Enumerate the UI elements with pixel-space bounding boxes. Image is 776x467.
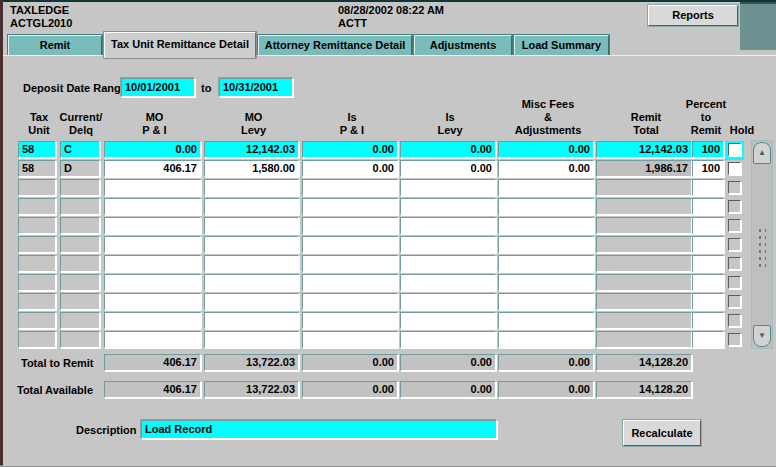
cell-percent-to-remit[interactable] [692, 217, 724, 234]
cell-is-pi[interactable] [302, 179, 398, 196]
cell-is-pi[interactable]: 0.00 [302, 141, 398, 158]
cell-mo-pi[interactable] [104, 274, 201, 291]
cell-is-levy[interactable] [400, 331, 496, 348]
cell-tax-unit[interactable] [18, 255, 56, 272]
cell-is-levy[interactable] [400, 255, 496, 272]
cell-mo-levy[interactable] [204, 274, 299, 291]
cell-percent-to-remit[interactable] [692, 198, 724, 215]
tab-adjustments[interactable]: Adjustments [414, 35, 512, 56]
cell-mo-levy[interactable] [204, 236, 299, 253]
cell-is-pi[interactable] [302, 274, 398, 291]
cell-is-pi[interactable] [302, 312, 398, 329]
cell-misc-fees[interactable] [498, 255, 594, 272]
reports-button[interactable]: Reports [648, 5, 738, 26]
cell-current-delq[interactable] [60, 274, 100, 291]
hold-checkbox[interactable] [728, 143, 741, 156]
cell-is-levy[interactable]: 0.00 [400, 160, 496, 177]
cell-percent-to-remit[interactable] [692, 236, 724, 253]
cell-tax-unit[interactable] [18, 236, 56, 253]
cell-percent-to-remit[interactable] [692, 331, 724, 348]
cell-mo-pi[interactable] [104, 236, 201, 253]
cell-mo-pi[interactable] [104, 293, 201, 310]
cell-current-delq[interactable] [60, 312, 100, 329]
tab-tax-unit-remittance-detail[interactable]: Tax Unit Remittance Detail [104, 32, 256, 58]
cell-current-delq[interactable] [60, 331, 100, 348]
cell-percent-to-remit[interactable] [692, 255, 724, 272]
cell-misc-fees[interactable] [498, 293, 594, 310]
cell-percent-to-remit[interactable] [692, 312, 724, 329]
hold-checkbox[interactable] [728, 162, 741, 175]
scrollbar-up-icon[interactable]: ▲ [753, 142, 771, 164]
cell-is-levy[interactable] [400, 217, 496, 234]
cell-current-delq[interactable] [60, 198, 100, 215]
cell-percent-to-remit[interactable] [692, 293, 724, 310]
cell-is-levy[interactable] [400, 179, 496, 196]
cell-is-pi[interactable] [302, 293, 398, 310]
cell-current-delq[interactable] [60, 293, 100, 310]
cell-tax-unit[interactable] [18, 312, 56, 329]
cell-misc-fees[interactable] [498, 198, 594, 215]
cell-is-pi[interactable] [302, 236, 398, 253]
cell-mo-pi[interactable] [104, 179, 201, 196]
cell-is-pi[interactable]: 0.00 [302, 160, 398, 177]
cell-percent-to-remit[interactable]: 100 [692, 160, 724, 177]
cell-mo-levy[interactable] [204, 179, 299, 196]
cell-is-levy[interactable] [400, 312, 496, 329]
cell-misc-fees[interactable] [498, 312, 594, 329]
cell-mo-pi[interactable]: 0.00 [104, 141, 201, 158]
cell-mo-pi[interactable] [104, 198, 201, 215]
cell-tax-unit[interactable] [18, 274, 56, 291]
cell-mo-levy[interactable] [204, 331, 299, 348]
tab-remit[interactable]: Remit [8, 35, 102, 56]
cell-tax-unit[interactable] [18, 217, 56, 234]
cell-is-pi[interactable] [302, 217, 398, 234]
tab-load-summary[interactable]: Load Summary [514, 35, 609, 56]
cell-mo-pi[interactable]: 406.17 [104, 160, 201, 177]
cell-misc-fees[interactable] [498, 331, 594, 348]
grid-scrollbar[interactable]: ▲ ▼ [751, 140, 773, 349]
description-field[interactable]: Load Record [141, 420, 497, 439]
scrollbar-down-icon[interactable]: ▼ [753, 325, 771, 347]
cell-is-pi[interactable] [302, 255, 398, 272]
cell-is-pi[interactable] [302, 331, 398, 348]
cell-current-delq[interactable] [60, 217, 100, 234]
cell-is-levy[interactable] [400, 198, 496, 215]
cell-mo-pi[interactable] [104, 312, 201, 329]
cell-mo-levy[interactable]: 12,142.03 [204, 141, 299, 158]
cell-mo-levy[interactable] [204, 198, 299, 215]
cell-is-levy[interactable] [400, 293, 496, 310]
cell-current-delq[interactable] [60, 236, 100, 253]
cell-mo-levy[interactable] [204, 312, 299, 329]
cell-tax-unit[interactable] [18, 331, 56, 348]
cell-is-levy[interactable]: 0.00 [400, 141, 496, 158]
cell-tax-unit[interactable]: 58 [18, 160, 56, 177]
cell-tax-unit[interactable] [18, 198, 56, 215]
cell-mo-levy[interactable] [204, 217, 299, 234]
cell-misc-fees[interactable] [498, 217, 594, 234]
recalculate-button[interactable]: Recalculate [623, 420, 701, 446]
cell-misc-fees[interactable] [498, 236, 594, 253]
cell-mo-levy[interactable]: 1,580.00 [204, 160, 299, 177]
cell-is-levy[interactable] [400, 236, 496, 253]
cell-percent-to-remit[interactable] [692, 179, 724, 196]
cell-percent-to-remit[interactable] [692, 274, 724, 291]
cell-tax-unit[interactable]: 58 [18, 141, 56, 158]
cell-mo-levy[interactable] [204, 255, 299, 272]
cell-misc-fees[interactable] [498, 274, 594, 291]
cell-mo-pi[interactable] [104, 217, 201, 234]
cell-mo-pi[interactable] [104, 331, 201, 348]
cell-tax-unit[interactable] [18, 179, 56, 196]
cell-current-delq[interactable]: D [60, 160, 100, 177]
cell-is-pi[interactable] [302, 198, 398, 215]
cell-misc-fees[interactable] [498, 179, 594, 196]
cell-current-delq[interactable] [60, 179, 100, 196]
cell-misc-fees[interactable]: 0.00 [498, 141, 594, 158]
tab-attorney-remittance-detail[interactable]: Attorney Remittance Detail [258, 35, 412, 56]
cell-is-levy[interactable] [400, 274, 496, 291]
cell-current-delq[interactable]: C [60, 141, 100, 158]
cell-current-delq[interactable] [60, 255, 100, 272]
cell-misc-fees[interactable]: 0.00 [498, 160, 594, 177]
cell-tax-unit[interactable] [18, 293, 56, 310]
cell-mo-levy[interactable] [204, 293, 299, 310]
cell-percent-to-remit[interactable]: 100 [692, 141, 724, 158]
